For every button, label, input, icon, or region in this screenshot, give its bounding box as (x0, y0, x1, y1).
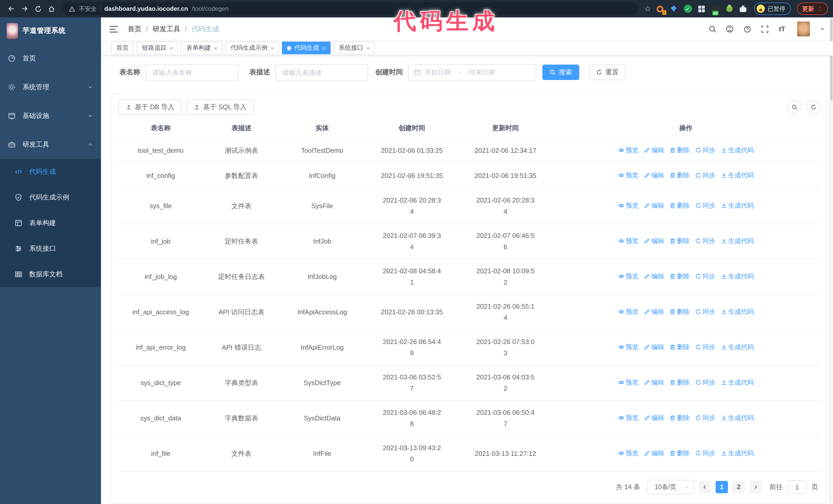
green-check-extension-icon[interactable]: ✓ (683, 4, 692, 13)
help-icon[interactable] (743, 25, 752, 33)
generate-code-link[interactable]: 生成代码 (720, 412, 754, 424)
page-1-button[interactable]: 1 (716, 481, 728, 493)
sync-link[interactable]: 同步 (695, 377, 715, 388)
sync-link[interactable]: 同步 (695, 200, 715, 211)
generate-code-link[interactable]: 生成代码 (720, 306, 754, 317)
sync-link[interactable]: 同步 (695, 412, 715, 424)
edit-link[interactable]: 编辑 (644, 235, 664, 247)
delete-link[interactable]: 删除 (669, 341, 690, 353)
bookmark-star-icon[interactable]: ☆ (644, 4, 651, 13)
edit-link[interactable]: 编辑 (644, 306, 664, 317)
delete-link[interactable]: 删除 (669, 412, 690, 424)
sidebar-item-system-api[interactable]: 系统接口 (0, 236, 101, 262)
preview-link[interactable]: 预览 (618, 377, 639, 388)
delete-link[interactable]: 删除 (669, 170, 690, 181)
edit-link[interactable]: 编辑 (644, 200, 664, 211)
tab-codegen-example[interactable]: 代码生成示例× (225, 42, 279, 55)
preview-link[interactable]: 预览 (618, 412, 639, 424)
delete-link[interactable]: 删除 (669, 306, 690, 317)
next-page-button[interactable] (749, 481, 762, 493)
address-bar[interactable]: 不安全 dashboard.yudao.iocoder.cn/tool/code… (63, 2, 638, 16)
sidebar-item-codegen-example[interactable]: 代码生成示例 (0, 185, 101, 210)
preview-link[interactable]: 预览 (618, 200, 639, 211)
tab-codegen[interactable]: 代码生成× (282, 42, 331, 55)
search-button[interactable]: 搜索 (542, 65, 579, 80)
hamburger-icon[interactable] (109, 25, 118, 33)
close-icon[interactable]: × (322, 45, 326, 51)
browser-forward-icon[interactable] (19, 3, 31, 15)
close-icon[interactable]: × (214, 45, 217, 51)
sync-link[interactable]: 同步 (695, 448, 715, 459)
header-search-icon[interactable] (708, 25, 717, 33)
delete-link[interactable]: 删除 (669, 235, 690, 247)
delete-link[interactable]: 删除 (669, 377, 690, 388)
generate-code-link[interactable]: 生成代码 (720, 200, 754, 211)
breadcrumb-dev-tools[interactable]: 研发工具 (153, 24, 181, 33)
fullscreen-icon[interactable] (760, 25, 769, 33)
generate-code-link[interactable]: 生成代码 (720, 170, 754, 181)
sync-link[interactable]: 同步 (695, 341, 715, 353)
preview-link[interactable]: 预览 (618, 448, 639, 459)
preview-link[interactable]: 预览 (618, 170, 639, 181)
close-icon[interactable]: × (170, 45, 173, 51)
sidebar-item-database-doc[interactable]: 数据库文档 (0, 262, 101, 287)
delete-link[interactable]: 删除 (669, 448, 690, 459)
generate-code-link[interactable]: 生成代码 (720, 235, 754, 247)
sidebar-item-home[interactable]: 首页 (0, 44, 101, 73)
edit-link[interactable]: 编辑 (644, 448, 664, 459)
close-icon[interactable]: × (271, 45, 274, 51)
sidebar-item-codegen[interactable]: 代码生成 (0, 159, 101, 185)
preview-link[interactable]: 预览 (618, 145, 639, 156)
preview-link[interactable]: 预览 (618, 306, 639, 317)
delete-link[interactable]: 删除 (669, 145, 690, 156)
generate-code-link[interactable]: 生成代码 (720, 145, 754, 156)
sidebar-item-dev-tools[interactable]: 研发工具 (0, 130, 101, 159)
edit-link[interactable]: 编辑 (644, 341, 664, 353)
sidebar-item-system[interactable]: 系统管理 (0, 73, 101, 101)
date-range-picker[interactable]: 开始日期 - 结束日期 (408, 64, 536, 81)
page-size-select[interactable]: 10条/页 (647, 480, 694, 494)
sync-link[interactable]: 同步 (695, 170, 715, 181)
edit-link[interactable]: 编辑 (644, 145, 664, 156)
delete-link[interactable]: 删除 (669, 271, 690, 282)
close-icon[interactable]: × (366, 45, 370, 51)
browser-back-icon[interactable] (5, 3, 18, 15)
table-desc-input[interactable] (275, 64, 368, 81)
tab-home[interactable]: 首页 (111, 42, 134, 55)
preview-link[interactable]: 预览 (618, 271, 639, 282)
sync-link[interactable]: 同步 (695, 235, 715, 247)
refresh-table-button[interactable] (806, 100, 820, 114)
green-figure-extension-icon[interactable] (724, 4, 734, 13)
sidebar-item-infrastructure[interactable]: 基础设施 (0, 101, 101, 130)
goto-page-input[interactable] (787, 480, 807, 494)
generate-code-link[interactable]: 生成代码 (720, 448, 754, 459)
edit-link[interactable]: 编辑 (644, 170, 664, 181)
browser-home-icon[interactable] (45, 3, 57, 15)
preview-link[interactable]: 预览 (618, 341, 639, 353)
sync-link[interactable]: 同步 (695, 306, 715, 317)
edit-link[interactable]: 编辑 (644, 271, 664, 282)
edit-link[interactable]: 编辑 (644, 412, 664, 424)
sidebar-item-form-builder[interactable]: 表单构建 (0, 210, 101, 236)
orange-extension-icon[interactable]: 1 (656, 4, 665, 13)
prev-page-button[interactable] (699, 481, 711, 493)
github-icon[interactable] (725, 25, 734, 33)
preview-link[interactable]: 预览 (618, 235, 639, 247)
generate-code-link[interactable]: 生成代码 (720, 271, 754, 282)
avatar-caret-down-icon[interactable] (820, 26, 825, 31)
tab-trace[interactable]: 链路追踪× (137, 42, 178, 55)
sync-link[interactable]: 同步 (695, 271, 715, 282)
user-avatar[interactable] (797, 22, 810, 37)
toggle-search-button[interactable] (787, 100, 801, 114)
tab-system-api[interactable]: 系统接口× (334, 42, 375, 55)
dark-on-extension-icon[interactable]: on (711, 4, 720, 13)
paused-extension-badge[interactable]: 已暂停 (754, 3, 791, 15)
generate-code-link[interactable]: 生成代码 (720, 377, 754, 388)
breadcrumb-home[interactable]: 首页 (128, 24, 142, 33)
generate-code-link[interactable]: 生成代码 (720, 341, 754, 353)
reset-button[interactable]: 重置 (589, 65, 626, 80)
browser-scrollbar[interactable] (829, 18, 833, 504)
sync-link[interactable]: 同步 (695, 145, 715, 156)
table-name-input[interactable] (145, 64, 238, 81)
scrollbar-thumb[interactable] (830, 19, 832, 100)
